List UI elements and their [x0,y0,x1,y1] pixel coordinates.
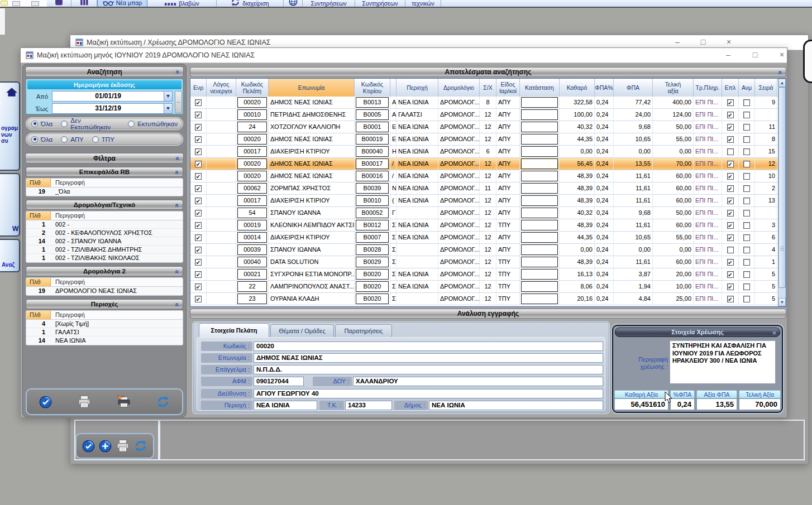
epl-checkbox[interactable]: ✔ [727,112,734,118]
grid-row[interactable]: ✔00021ΣΥΓΧΡΟΝΗ ΕΣΤΙΑ ΜΟΝΟΠΡ...B0020ΣΝΕΑ … [190,268,778,281]
minimize-button[interactable]: – [720,48,737,62]
status-box[interactable] [521,244,558,255]
building-box[interactable]: B0020 [356,281,389,292]
enr-checkbox[interactable]: ✔ [195,259,202,266]
results-panel-header[interactable]: Αποτελέσματα αναζήτησης « [190,67,786,77]
status-box[interactable] [521,183,558,194]
building-box[interactable]: B00040 [356,146,389,157]
epl-checkbox[interactable]: ✔ [727,271,734,278]
anm-checkbox[interactable] [743,198,750,204]
enr-checkbox[interactable]: ✔ [195,222,202,229]
anm-checkbox[interactable] [743,296,750,302]
scroll-up-button[interactable]: ▲ [778,79,786,87]
window-titlebar[interactable]: Μαζική εκτύπωση μηνός ΙΟΥΝΙΟΥ 2019 ΔΡΟΜΟ… [21,48,787,63]
search-section-header[interactable]: Αναζήτηση « [25,66,184,77]
enr-checkbox[interactable]: ✔ [195,112,202,118]
status-box[interactable] [521,109,558,120]
municipality-field[interactable]: ΝΕΑ ΙΩΝΙΑ [429,401,603,410]
name-field[interactable]: ΔΗΜΟΣ ΝΕΑΣ ΙΩΝΙΑΣ [254,353,603,363]
vat-amount-field[interactable]: 13,55 [696,398,737,410]
grid-row[interactable]: ✔00040DATA SOLUTIONB0029ΣΔΡΟΜΟΛΟΓ...12ΤΠ… [190,256,778,268]
anm-checkbox[interactable] [743,234,750,241]
enr-checkbox[interactable]: ✔ [195,271,202,278]
filter-row[interactable]: 19ΔΡΟΜΟΛΟΓΙΟ ΝΕΑΣ ΙΩΝΙΑΣ [26,287,183,295]
building-box[interactable]: B0010 [356,195,389,206]
client-box[interactable]: 00019 [237,220,267,230]
description-column-header[interactable]: Περιγραφή [51,278,183,286]
anm-checkbox[interactable] [743,283,750,290]
column-header-pay[interactable]: Τρ.Πληρ. [694,79,722,97]
anm-checkbox[interactable] [743,185,750,192]
status-box[interactable] [521,171,558,181]
anm-checkbox[interactable] [743,210,750,217]
epl-checkbox[interactable]: ✔ [727,210,734,217]
anm-checkbox[interactable] [743,148,750,155]
column-header-name[interactable]: Επωνυμία [269,79,355,97]
enr-checkbox[interactable]: ✔ [195,296,202,302]
total-value-field[interactable]: 70,000 [739,398,781,410]
status-box[interactable] [521,158,558,169]
confirm-circle-icon[interactable] [39,396,52,408]
refresh-icon[interactable] [156,395,170,408]
grid-row[interactable]: ✔00014ΔΙΑΧΕΙΡΙΣΗ ΚΤΙΡΙΟΥB0007ΣΝΕΑ ΙΩΝΙΑΔ… [190,232,778,244]
enr-checkbox[interactable]: ✔ [195,185,202,192]
building-box[interactable]: B00052 [356,208,389,218]
close-button[interactable]: × [773,48,790,62]
client-box[interactable]: 54 [237,208,267,218]
building-box[interactable]: B0028 [356,244,389,255]
column-header-status[interactable]: Κατάσταση [520,79,560,97]
grid-row[interactable]: ✔00010ΠΕΤΡΙΔΗΣ ΔΗΜΟΣΘΕΝΗΣB0005ΑΓΑΛΑΤΣΙΔΡ… [190,109,778,121]
building-box[interactable]: B0013 [356,97,389,108]
status-box[interactable] [521,269,558,280]
toolbar-button-τεχνικών[interactable]: τεχνικών [405,0,441,7]
grid-row[interactable]: ✔00017ΔΙΑΧΕΙΡΙΣΗ ΚΤΙΡΙΟΥB0010(ΝΕΑ ΙΩΝΙΑΔ… [190,195,778,207]
vat-pct-field[interactable]: 0,24 [670,398,695,410]
client-box[interactable]: 00040 [237,257,267,267]
postcode-field[interactable]: 14233 [345,401,392,410]
sidebar-fragment-search[interactable]: Αναζ [0,239,20,272]
enr-checkbox[interactable]: ✔ [195,161,202,167]
status-box[interactable] [521,294,558,304]
detail-panel-header[interactable]: Ανάλυση εγγραφής [190,309,786,319]
filter-section-header[interactable]: Δρομολόγια/Τεχνικό« [26,200,183,210]
grid-row-selected[interactable]: ✔00020ΔΗΜΟΣ ΝΕΑΣ ΙΩΝΙΑΣB00017/ΝΕΑ ΙΩΝΙΑΔ… [190,158,778,170]
epl-checkbox[interactable]: ✔ [727,185,734,192]
epl-checkbox[interactable]: ✔ [727,99,734,106]
mass-print-icon[interactable] [117,395,131,409]
printer-icon[interactable] [77,395,92,409]
filter-row[interactable]: 1002 - ΤΖΙΛΙΒΑΚΗΣ ΔΗΜΗΤΡΗΣ [26,246,183,254]
grid-row[interactable]: ✔00020ΔΗΜΟΣ ΝΕΑΣ ΙΩΝΙΑΣB00019ΕΝΕΑ ΙΩΝΙΑΔ… [190,133,778,146]
collapse-icon[interactable]: « [174,204,181,208]
collapse-icon[interactable]: « [174,303,181,307]
area-field[interactable]: ΝΕΑ ΙΩΝΙΑ [254,401,317,410]
status-box[interactable] [521,232,558,243]
grid-row[interactable]: ✔00020ΔΗΜΟΣ ΝΕΑΣ ΙΩΝΙΑΣB0013ΑΝΕΑ ΙΩΝΙΑΔΡ… [190,97,778,109]
toolbar-button[interactable] [71,0,97,7]
building-box[interactable]: B0001 [356,122,389,132]
epl-checkbox[interactable]: ✔ [727,124,734,131]
status-box[interactable] [521,134,558,145]
status-box[interactable] [521,257,558,267]
enr-checkbox[interactable]: ✔ [195,99,202,106]
column-header-total[interactable]: Τελική αξία [653,79,694,97]
building-box[interactable]: B0005 [356,109,389,120]
toolbar-button[interactable] [284,0,303,7]
client-box[interactable]: 00039 [237,244,267,255]
collapse-icon[interactable]: « [174,270,181,274]
client-box[interactable]: 00062 [237,183,267,194]
date-to-dropdown[interactable] [164,103,173,114]
description-column-header[interactable]: Περιγραφή [51,211,183,220]
anm-checkbox[interactable] [743,271,750,278]
column-header-route[interactable]: Δρομολόγιο [438,79,480,97]
client-box[interactable]: 00017 [237,195,267,206]
epl-checkbox[interactable]: ✔ [727,296,734,302]
status-box[interactable] [521,146,558,157]
filter-row[interactable]: 2002 - ΚΕΦΑΛΟΠΟΥΛΟΣ ΧΡΗΣΤΟΣ [26,229,183,237]
client-box[interactable]: 00021 [237,269,267,280]
filter-section-header[interactable]: Δρομολόγια 2« [26,266,183,276]
epl-checkbox[interactable]: ✔ [727,136,734,143]
profession-field[interactable]: Ν.Π.Δ.Δ. [254,365,603,374]
doy-field[interactable]: ΧΑΛΑΝΔΡΙΟΥ [353,377,603,386]
building-box[interactable]: B00017 [356,158,389,169]
maximize-button[interactable]: □ [747,48,763,62]
